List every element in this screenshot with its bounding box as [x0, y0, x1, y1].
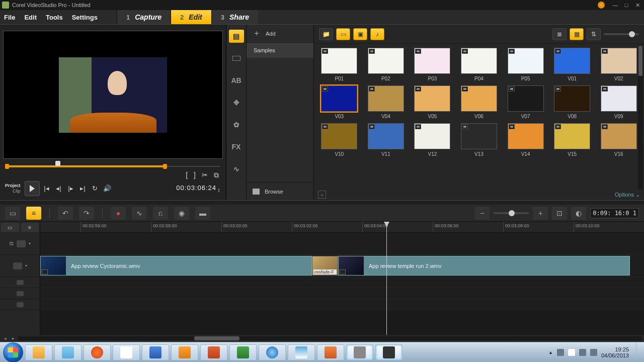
tray-icon[interactable] — [557, 349, 564, 356]
trim-handle-left[interactable] — [5, 164, 9, 169]
tray-expand-icon[interactable]: ▲ — [548, 350, 553, 355]
library-item[interactable]: V14 — [505, 123, 546, 157]
view-grid-button[interactable]: ▦ — [570, 28, 584, 40]
track-toggle-b[interactable]: ≡ — [21, 223, 39, 232]
library-item[interactable]: P03 — [412, 48, 453, 81]
library-item[interactable]: V10 — [319, 123, 360, 157]
zoom-out-button[interactable]: − — [474, 207, 490, 220]
library-tab-filter[interactable]: ✿ — [229, 118, 244, 131]
trim-handle-right[interactable] — [163, 164, 167, 169]
library-item[interactable]: V08 — [552, 85, 593, 119]
start-button[interactable] — [3, 342, 23, 363]
project-duration[interactable]: 0:09: 16:0 1 — [590, 208, 639, 218]
library-item[interactable]: P05 — [505, 48, 546, 81]
audio-mixer-button[interactable]: ∿ — [132, 207, 147, 220]
clip-2[interactable]: App review temple run 2.wmv — [338, 256, 630, 276]
record-button[interactable]: ● — [111, 207, 126, 220]
library-tab-path[interactable]: ∿ — [229, 162, 244, 175]
fit-project-button[interactable]: ⊡ — [552, 207, 567, 220]
clip-1[interactable]: App review Cycloramic.wmv — [40, 256, 312, 276]
zoom-in-button[interactable]: + — [533, 207, 548, 220]
filter-video-button[interactable]: ▭ — [336, 28, 350, 40]
cut-button[interactable]: ✂ — [202, 171, 208, 179]
task-firefox[interactable] — [84, 344, 111, 360]
task-media[interactable] — [317, 344, 344, 360]
menu-file[interactable]: File — [4, 14, 15, 21]
timeline-ruler[interactable]: 000:02:56:0000:02:58:0000:03:00:0000:03:… — [40, 222, 644, 233]
library-item[interactable]: P04 — [459, 48, 500, 81]
library-tab-graphic[interactable]: ✥ — [229, 96, 244, 109]
task-explorer[interactable] — [25, 344, 52, 360]
volume-button[interactable]: 🔊 — [102, 184, 112, 194]
mark-in-button[interactable]: [ — [186, 171, 188, 179]
tray-network-icon[interactable] — [579, 349, 586, 356]
task-libraries[interactable] — [54, 344, 82, 360]
library-add-button[interactable]: ＋Add — [247, 25, 313, 43]
task-excel[interactable] — [229, 344, 257, 360]
scroll-right-button[interactable]: ▸ — [10, 336, 16, 341]
clip-transition[interactable]: ossfade-F — [312, 256, 338, 276]
sort-button[interactable]: ⇅ — [587, 28, 601, 40]
repeat-button[interactable]: ↻ — [90, 184, 100, 194]
library-item[interactable]: V07 — [505, 85, 546, 119]
track-head-music[interactable] — [0, 299, 40, 310]
track-toggle-a[interactable]: ▭ — [1, 223, 19, 232]
library-item[interactable]: V03 — [319, 85, 360, 119]
timeline-view-button[interactable]: ≡ — [26, 207, 41, 220]
track-motion-button[interactable]: ◉ — [174, 207, 189, 220]
taskbar-clock[interactable]: 19:25 04/06/2013 — [601, 346, 629, 358]
task-itunes[interactable] — [259, 344, 286, 360]
library-item[interactable]: V16 — [598, 123, 639, 157]
minimize-button[interactable]: — — [611, 2, 620, 9]
maximize-button[interactable]: □ — [622, 2, 631, 9]
tray-volume-icon[interactable] — [590, 349, 597, 356]
corel-logo-icon[interactable] — [598, 2, 605, 9]
library-item[interactable]: V05 — [412, 85, 453, 119]
library-tab-title[interactable]: AB — [229, 74, 244, 87]
step-capture[interactable]: 1Capture — [117, 10, 171, 24]
mode-project-label[interactable]: Project — [5, 183, 21, 189]
prev-frame-button[interactable]: ◂| — [54, 184, 64, 194]
library-browse-button[interactable]: Browse — [247, 182, 313, 200]
track-music[interactable] — [40, 299, 644, 310]
scroll-left-button[interactable]: ◂ — [2, 336, 8, 341]
library-item[interactable]: V02 — [598, 48, 639, 81]
step-share[interactable]: 3Share — [211, 10, 258, 24]
preview-timecode[interactable]: 00:03:06:24▲▼ — [176, 184, 221, 193]
undo-button[interactable]: ↶ — [58, 207, 73, 220]
snapshot-button[interactable]: ⧉ — [214, 171, 219, 179]
show-desktop-button[interactable] — [636, 342, 641, 363]
library-tab-fx[interactable]: FX — [229, 140, 244, 153]
menu-settings[interactable]: Settings — [72, 14, 98, 21]
library-item[interactable]: V12 — [412, 123, 453, 157]
track-head-title[interactable] — [0, 277, 40, 288]
play-button[interactable] — [25, 181, 40, 196]
next-frame-button[interactable]: |▸ — [66, 184, 76, 194]
auto-music-button[interactable]: ⎌ — [153, 207, 168, 220]
go-end-button[interactable]: ▸| — [78, 184, 88, 194]
mode-clip-label[interactable]: Clip — [5, 189, 21, 194]
system-tray[interactable]: ▲ 19:25 04/06/2013 — [548, 346, 632, 358]
storyboard-view-button[interactable]: ▭ — [5, 207, 20, 220]
library-item[interactable]: V11 — [366, 123, 407, 157]
library-item[interactable]: V06 — [459, 85, 500, 119]
step-edit[interactable]: 2Edit — [171, 10, 211, 24]
task-gimp[interactable] — [346, 344, 373, 360]
library-tab-transitions[interactable] — [229, 52, 244, 65]
tray-icon[interactable] — [568, 349, 575, 356]
track-overlay[interactable] — [40, 233, 644, 255]
track-title[interactable] — [40, 277, 644, 288]
library-scrollbar[interactable] — [638, 45, 643, 189]
library-item[interactable]: V01 — [552, 48, 593, 81]
thumbnail-size-slider[interactable] — [604, 33, 639, 35]
track-head-overlay[interactable]: ⧉▾ — [0, 233, 40, 255]
timeline-playhead[interactable] — [386, 222, 387, 335]
mark-out-button[interactable]: ] — [194, 171, 196, 179]
redo-button[interactable]: ↷ — [79, 207, 94, 220]
preview-playhead[interactable] — [55, 161, 60, 166]
preview-scrubber[interactable] — [3, 161, 223, 170]
library-folder-samples[interactable]: Samples — [247, 43, 313, 58]
library-item[interactable]: P01 — [319, 48, 360, 81]
view-list-button[interactable]: ≣ — [552, 28, 567, 40]
task-paint[interactable] — [288, 344, 315, 360]
